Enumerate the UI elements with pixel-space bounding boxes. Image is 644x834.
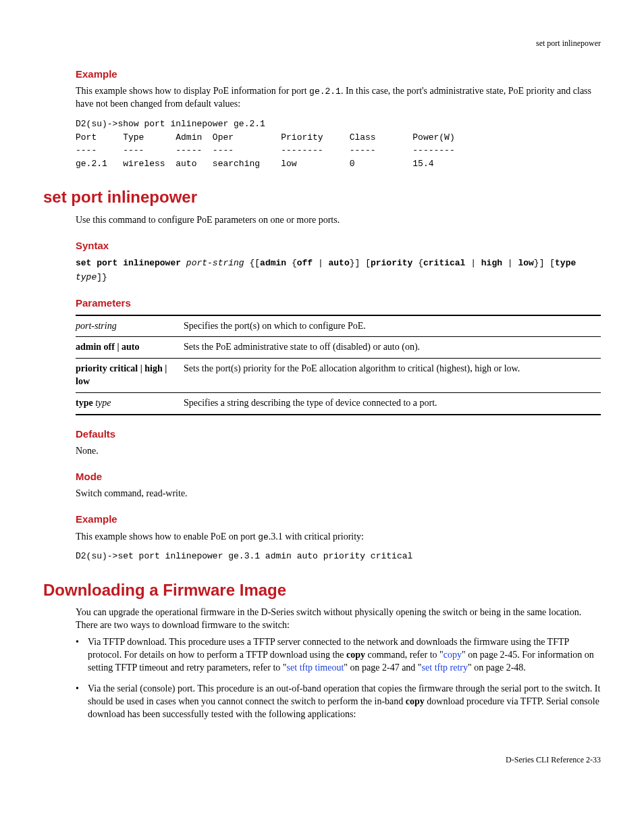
link-copy[interactable]: copy [444, 650, 462, 660]
mode-body: Switch command, read-write. [76, 488, 601, 500]
page-footer: D-Series CLI Reference 2-33 [43, 754, 601, 765]
example2-intro: This example shows how to enable PoE on … [76, 531, 601, 544]
syntax-auto: auto [329, 258, 350, 268]
firmware-intro: You can upgrade the operational firmware… [76, 606, 601, 632]
table-row: type type Specifies a string describing … [76, 393, 601, 415]
heading-defaults: Defaults [76, 427, 601, 441]
heading-syntax: Syntax [76, 239, 601, 253]
copy-bold: copy [346, 650, 365, 660]
table-row: admin off | auto Sets the PoE administra… [76, 337, 601, 359]
syntax-off: off [297, 258, 313, 268]
link-set-tftp-timeout[interactable]: set tftp timeout [287, 662, 344, 673]
link-set-tftp-retry[interactable]: set tftp retry [422, 662, 468, 673]
inline-code: ge [258, 532, 269, 542]
param-name: priority critical | high | low [76, 363, 167, 386]
example1-code: D2(su)->show port inlinepower ge.2.1 Por… [76, 118, 601, 170]
param-desc: Specifies a string describing the type o… [184, 393, 601, 415]
text: This example shows how to display PoE in… [76, 86, 309, 96]
text: .3.1 with critical priority: [269, 531, 364, 542]
params-table: port-string Specifies the port(s) on whi… [76, 315, 601, 415]
running-header: set port inlinepower [43, 38, 601, 49]
syntax-cmd: set port inlinepower [76, 258, 181, 268]
heading-mode: Mode [76, 470, 601, 484]
syntax-type-arg: type [76, 272, 97, 282]
list-item: Via TFTP download. This procedure uses a… [76, 636, 601, 675]
list-item: Via the serial (console) port. This proc… [76, 683, 601, 721]
firmware-title: Downloading a Firmware Image [43, 579, 601, 601]
syntax-admin: admin [260, 258, 286, 268]
command-title: set port inlinepower [43, 186, 601, 208]
table-row: port-string Specifies the port(s) on whi… [76, 315, 601, 337]
syntax-priority: priority [371, 258, 412, 268]
inline-code: ge.2.1 [309, 86, 341, 97]
firmware-bullets: Via TFTP download. This procedure uses a… [76, 636, 601, 721]
defaults-body: None. [76, 445, 601, 458]
copy-bold: copy [406, 696, 425, 706]
syntax-critical: critical [423, 258, 465, 268]
param-desc: Sets the PoE administrative state to off… [184, 337, 601, 359]
command-desc: Use this command to configure PoE parame… [76, 214, 601, 227]
param-name: port-string [76, 321, 117, 331]
heading-example: Example [76, 68, 601, 81]
text: " on page 2-48. [468, 662, 526, 673]
heading-parameters: Parameters [76, 296, 601, 310]
syntax-line: set port inlinepower port-string {[admin… [76, 257, 601, 285]
param-name: type type [76, 393, 184, 415]
param-desc: Sets the port(s) priority for the PoE al… [184, 359, 601, 393]
syntax-arg-port: port-string [186, 258, 244, 268]
table-row: priority critical | high | low Sets the … [76, 359, 601, 393]
text: command, refer to " [365, 650, 444, 660]
example1-intro: This example shows how to display PoE in… [76, 85, 601, 111]
text: This example shows how to enable PoE on … [76, 531, 258, 542]
syntax-type-kw: type [555, 258, 576, 268]
syntax-high: high [481, 258, 502, 268]
param-desc: Specifies the port(s) on which to config… [184, 315, 601, 337]
heading-example2: Example [76, 513, 601, 526]
example2-code: D2(su)->set port inlinepower ge.3.1 admi… [76, 550, 601, 563]
param-name: admin off | auto [76, 342, 139, 352]
text: " on page 2-47 and " [344, 662, 421, 673]
syntax-low: low [518, 258, 533, 268]
